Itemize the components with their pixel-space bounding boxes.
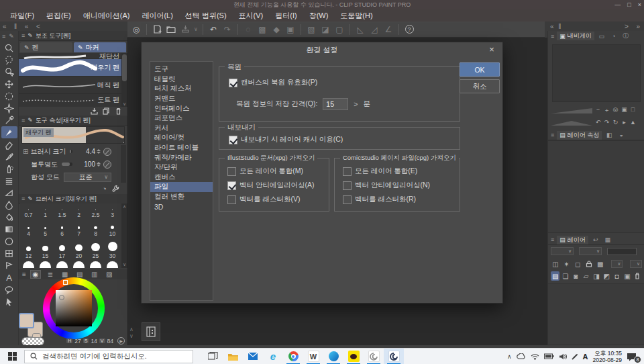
wedge-eraser-tool[interactable]	[1, 187, 17, 199]
taskbar-search[interactable]: 검색하려면 여기에 입력하십시오.	[24, 350, 193, 363]
undo-history-icon[interactable]: ↩	[591, 236, 600, 243]
subview-icon[interactable]: ▭	[597, 33, 606, 40]
main-color-swatch[interactable]	[19, 313, 34, 328]
pen-tool[interactable]	[1, 126, 17, 138]
brush-size-option[interactable]: 3	[104, 206, 121, 219]
eyedropper-tool[interactable]	[1, 114, 17, 126]
preference-category[interactable]: 파일	[150, 182, 213, 192]
menu-item[interactable]: 파일(F)	[4, 9, 40, 21]
layer-dd1[interactable]: ∨	[611, 260, 623, 268]
rotate-canvas-icon[interactable]: ◌	[242, 24, 254, 36]
merge-layer-icon[interactable]: ◩	[602, 271, 611, 281]
collapse-right-icon[interactable]: « ‖	[550, 23, 562, 30]
redo-icon[interactable]: ↷	[221, 24, 233, 36]
illust-checkbox[interactable]	[227, 195, 236, 204]
navigator-tab[interactable]: ▣ 내비게이	[557, 32, 594, 40]
delete-subtool-icon[interactable]	[115, 107, 122, 115]
layer-tab[interactable]: ▤ 레이어	[557, 236, 588, 244]
action-center-button[interactable]: 8	[627, 351, 640, 363]
rotate-button[interactable]: ▸	[620, 119, 629, 126]
export-checkbox[interactable]	[229, 136, 237, 144]
zoom-button[interactable]: □	[629, 106, 637, 115]
illust-checkbox[interactable]	[227, 167, 236, 176]
menu-item[interactable]: 애니메이션(A)	[77, 9, 136, 21]
opacity-slider[interactable]	[62, 163, 72, 166]
illust-option-row[interactable]: 벡터 안티에일리어싱(A)	[227, 181, 314, 190]
balloon-tool[interactable]	[1, 283, 17, 295]
collapse-left-icon[interactable]: « ‖ « <	[3, 23, 42, 30]
material-icon[interactable]: ▦	[603, 236, 612, 243]
comic-checkbox[interactable]	[343, 181, 352, 190]
comic-option-row[interactable]: 벡터를 래스터화(R)	[343, 195, 430, 204]
subtool-menu-icon[interactable]: ≡	[21, 32, 25, 39]
brush-size-option[interactable]: 1	[37, 206, 54, 219]
zoom-tool[interactable]	[1, 42, 17, 54]
subtool-scrollbar[interactable]: ∨	[121, 53, 127, 107]
snap-special-ruler-icon[interactable]: ◿	[368, 24, 380, 36]
restore-checkbox-row[interactable]: 캔버스의 복원 유효화(P)	[229, 78, 317, 87]
layer-property-menu-icon[interactable]: ≡	[551, 132, 554, 138]
menu-item[interactable]: 표시(V)	[233, 9, 270, 21]
preference-category[interactable]: 라이트 테이블	[150, 143, 213, 153]
illust-option-row[interactable]: 모든 레이어 통합(M)	[227, 167, 314, 176]
subtool-item-selected[interactable]: 채우기 펜	[19, 59, 127, 77]
color-history-tab[interactable]: ▨	[104, 270, 115, 279]
wifi-icon[interactable]	[531, 353, 539, 360]
blend-mode-select[interactable]: 표준 ∨	[64, 173, 111, 182]
color-menu-icon[interactable]: ≡	[22, 271, 26, 278]
brush-size-option[interactable]: 10	[104, 219, 121, 238]
comic-option-row[interactable]: 벡터 안티에일리어싱(N)	[343, 181, 430, 190]
rotate-button[interactable]: ↷	[602, 119, 611, 126]
layer-property-tab[interactable]: ▤ 레이어 속성	[557, 131, 602, 140]
brush-tool[interactable]	[1, 150, 17, 163]
hue-marker[interactable]	[63, 280, 68, 285]
text-tool[interactable]: A	[1, 271, 17, 283]
onedrive-icon[interactable]	[517, 353, 526, 359]
decoration-tool[interactable]	[1, 175, 17, 187]
navigator-menu-icon[interactable]: ≡	[551, 33, 554, 40]
brush-size-value[interactable]: 4.4	[76, 148, 95, 155]
duplicate-subtool-icon[interactable]	[103, 107, 110, 115]
taskbar-clock[interactable]: 오후 10:35 2020-08-29	[593, 350, 622, 363]
polyline-tool[interactable]	[1, 259, 17, 271]
rotate-button[interactable]: ↶	[594, 119, 602, 126]
brush-size-option[interactable]: 15	[37, 238, 54, 260]
apply-mask-icon[interactable]: ▣	[623, 271, 631, 281]
layer-menu-icon[interactable]: ≡	[551, 236, 554, 243]
export-checkbox-row[interactable]: 내보내기 시 레이어 캐시 이용(C)	[229, 135, 343, 144]
minimize-icon[interactable]: —	[614, 1, 621, 8]
page-manager-button[interactable]	[142, 322, 160, 341]
border-effect-icon[interactable]: ◧	[604, 132, 614, 138]
close-icon[interactable]: ×	[638, 1, 641, 8]
save-dropdown-icon[interactable]: ∨	[193, 24, 199, 36]
interval-input[interactable]: 15	[323, 98, 348, 110]
preference-category[interactable]: 레이어/컷	[150, 133, 213, 143]
rotate-slider[interactable]	[551, 118, 592, 126]
tool-property-menu-icon[interactable]: ≡	[21, 117, 25, 124]
menu-item[interactable]: 편집(E)	[40, 9, 77, 21]
toolstrip-menu-icon[interactable]: ≡	[2, 33, 5, 40]
rotate-view-icon[interactable]: ◔	[609, 33, 619, 40]
snap-grid-icon[interactable]: ∠	[382, 24, 394, 36]
maximize-icon[interactable]: □	[627, 1, 631, 8]
expand-right-icon[interactable]: > »	[625, 23, 641, 30]
brush-size-option[interactable]: 7	[70, 219, 87, 238]
opacity-value[interactable]: 100	[76, 161, 95, 168]
no-effect-icon[interactable]	[103, 148, 111, 156]
preference-category[interactable]: 도구	[150, 64, 213, 75]
preference-category[interactable]: 컬러 변환	[150, 192, 213, 202]
zoom-slider[interactable]	[551, 106, 592, 114]
brush-size-option[interactable]: 5	[37, 219, 54, 238]
deselect-icon[interactable]: ▧	[305, 24, 317, 36]
canvas-collapse-icons[interactable]: ∧∨	[129, 326, 133, 340]
new-document-icon[interactable]	[151, 24, 163, 36]
preference-category[interactable]: 퍼포먼스	[150, 113, 213, 124]
dialog-close-icon[interactable]: ×	[486, 44, 497, 54]
brush-size-menu-icon[interactable]: ≡	[21, 195, 25, 202]
brush-size-option[interactable]: 12	[20, 238, 37, 260]
new-vector-layer-icon[interactable]: ◙	[572, 271, 580, 281]
move-tool[interactable]	[1, 78, 17, 90]
kakaotalk-button[interactable]	[343, 349, 364, 364]
eraser-tool[interactable]	[1, 138, 17, 150]
preference-category[interactable]: 3D	[150, 201, 213, 212]
